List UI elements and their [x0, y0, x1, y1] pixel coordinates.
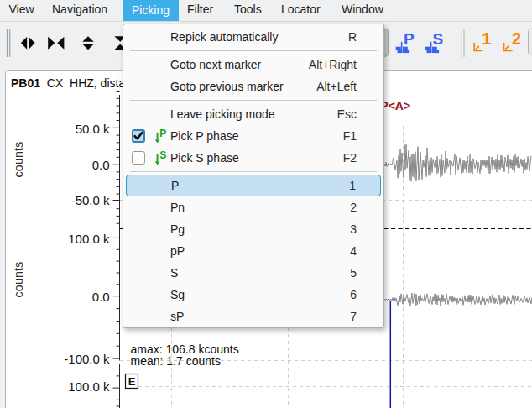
svg-text:0.0: 0.0 [92, 158, 110, 172]
svg-text:counts: counts [12, 142, 25, 178]
svg-text:100.0 k: 100.0 k [68, 232, 110, 246]
svg-text:50.0 k: 50.0 k [76, 122, 110, 136]
svg-text:mean: 1.7 counts: mean: 1.7 counts [131, 354, 221, 368]
svg-text:E: E [128, 375, 136, 388]
svg-text:P: P [159, 128, 166, 139]
svg-text:P<A>: P<A> [380, 99, 410, 112]
svg-text:counts: counts [12, 262, 25, 298]
svg-text:100.0 k: 100.0 k [68, 379, 110, 394]
svg-text:-50.0 k: -50.0 k [71, 193, 110, 207]
svg-text:S: S [159, 150, 166, 161]
svg-text:-100.0 k: -100.0 k [64, 352, 110, 366]
svg-text:0.0: 0.0 [92, 290, 110, 304]
